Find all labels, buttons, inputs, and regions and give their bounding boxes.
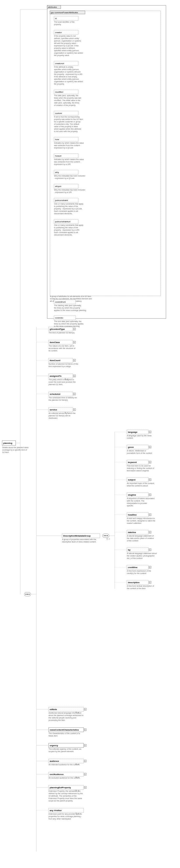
svg-text:the editorial people receiving: the editorial people receiving and (49, 717, 76, 719)
svg-text:planningExtProperty: planningExtProperty (50, 786, 71, 789)
expand-icon[interactable]: + (73, 408, 76, 411)
svg-text:kind expressed by a range.: kind expressed by a range. (49, 365, 71, 368)
svg-text:organisation or system) will a: organisation or system) will add (54, 71, 80, 73)
svg-text:to publishing the value of the: to publishing the value of the (54, 227, 78, 229)
svg-text:An intended audience for the c: An intended audience for the content. (49, 764, 80, 766)
svg-text:was extracted from the content: was extracted from the content - (54, 161, 81, 163)
expand-icon[interactable]: + (149, 566, 151, 568)
svg-text:of creation of the property.: of creation of the property. (54, 104, 76, 106)
expand-icon[interactable]: + (73, 328, 76, 330)
svg-text:the planned G2 item(s): the planned G2 item(s) (49, 399, 68, 401)
svg-text:The date (and, optionally, the: The date (and, optionally, the (54, 95, 78, 97)
expand-icon[interactable]: + (73, 375, 76, 377)
svg-text:its content.: its content. (49, 350, 58, 352)
svg-text:If the attribute is empty,: If the attribute is empty, (54, 66, 73, 68)
svg-text:+: + (150, 549, 151, 551)
svg-text:+: + (85, 729, 86, 731)
svg-text:property - expressed by a QCod: property - expressed by a QCode. (54, 208, 82, 210)
expand-icon[interactable]: + (84, 744, 86, 746)
expand-icon[interactable]: + (149, 446, 151, 448)
expand-icon[interactable]: + (149, 478, 151, 481)
svg-text:+: + (150, 531, 151, 533)
svg-text:newsContentCharacteristics: newsContentCharacteristics (50, 729, 79, 731)
svg-text:custom: custom (55, 112, 62, 115)
svg-text:+: + (150, 461, 151, 463)
expand-icon[interactable]: + (149, 431, 151, 433)
expand-icon[interactable]: + (84, 729, 86, 731)
svg-text:G2 item.: G2 item. (2, 452, 9, 453)
svg-text:A natural-language statement a: A natural-language statement about (127, 552, 157, 555)
expand-icon[interactable]: + (149, 581, 151, 583)
svg-text:keyword: keyword (128, 461, 137, 464)
svg-text:service: service (50, 408, 57, 411)
svg-text:The local identifier of the: The local identifier of the (54, 21, 75, 23)
svg-text:+: + (150, 514, 151, 516)
svg-text:+: + (74, 409, 75, 411)
svg-text:0..∞: 0..∞ (76, 776, 79, 778)
svg-text:subject: subject (128, 478, 135, 481)
sequence-icon (103, 534, 109, 538)
svg-text:planned G2 item.: planned G2 item. (49, 383, 63, 385)
expand-icon[interactable]: + (73, 341, 76, 343)
svg-text:The editorial urgency of the c: The editorial urgency of the content, as (49, 748, 81, 750)
svg-text:+: + (150, 494, 151, 496)
svg-text:- expressed by a QCode: - expressed by a QCode (54, 177, 75, 180)
expand-icon[interactable]: + (84, 708, 86, 710)
svg-text:organisation or system) has ad: organisation or system) has added (54, 52, 83, 54)
svg-text:A nature, intellectual or: A nature, intellectual or (127, 450, 146, 452)
svg-text:rel attribute. The semantics o: rel attribute. The semantics of the (49, 795, 77, 797)
svg-text:why: why (55, 171, 59, 174)
expand-icon[interactable]: + (149, 494, 151, 496)
svg-text:planned G2 item(s) will be: planned G2 item(s) will be (49, 415, 71, 417)
svg-text:property - expressed by a URI.: property - expressed by a URI. (54, 229, 80, 231)
svg-text:descendant elements.: descendant elements. (54, 213, 73, 215)
svg-text:property.: property. (54, 24, 61, 26)
expand-icon[interactable]: + (73, 359, 76, 361)
svg-text:will add the property value -: will add the property value - (54, 42, 77, 44)
svg-text:The kind of planned G2 item(s): The kind of planned G2 item(s) (49, 332, 75, 334)
svg-text:expressed by a QCode: expressed by a QCode (54, 147, 73, 149)
svg-text:property value is defined,: property value is defined, (54, 47, 75, 49)
expand-icon[interactable]: + (149, 531, 151, 533)
svg-text:processing the item.: processing the item. (49, 719, 66, 721)
expand-icon[interactable]: + (149, 461, 151, 463)
svg-text:is not used with the property.: is not used with the property. (54, 130, 78, 132)
expand-icon[interactable]: + (73, 393, 76, 395)
svg-text:The characteristics of the con: The characteristics of the content of a (49, 733, 80, 734)
svg-text:scheduled: scheduled (50, 393, 60, 395)
svg-text:accordance with the structure : accordance with the structure of (49, 347, 75, 349)
svg-text:+: + (74, 393, 75, 395)
svg-text:+: + (150, 582, 151, 583)
svg-text:reader's attention: reader's attention (127, 522, 142, 524)
svg-text:(person, organisation or syste: (person, organisation or system) (54, 40, 81, 42)
svg-text:to publishing the value of the: to publishing the value of the (54, 205, 78, 208)
expand-icon[interactable]: + (84, 786, 86, 788)
svg-text:creator: creator (55, 31, 62, 34)
svg-text:expressed by a URI: expressed by a URI (54, 163, 71, 165)
svg-text:organisation or system) has ad: organisation or system) has added (54, 81, 83, 83)
svg-text:A brief and snappy introductio: A brief and snappy introduction to (127, 518, 155, 520)
svg-text:modified: modified (55, 91, 63, 93)
id-attr (54, 16, 78, 21)
svg-text:the property.: the property. (54, 83, 65, 85)
svg-text:specific.: specific. (127, 505, 134, 507)
svg-text:the time) by which this proper: the time) by which this property (54, 307, 80, 309)
svg-text:The end date (and optionally, : The end date (and optionally, the (54, 320, 81, 322)
svg-text:0..∞: 0..∞ (107, 538, 110, 540)
svg-text:Extension Property must have t: Extension Property must have the same (49, 797, 82, 800)
svg-text:interpretation is provider: interpretation is provider (127, 502, 147, 504)
svg-text:+: + (150, 566, 151, 568)
svg-text:DescriptiveMetadataGroup: DescriptiveMetadataGroup (63, 535, 91, 537)
svg-text:by: by (128, 549, 131, 551)
svg-text:etc.) of the content: etc.) of the content (127, 557, 143, 559)
svg-text:cover the event and produce th: cover the event and produce the (49, 381, 76, 383)
svg-text:Each constraint applies to all: Each constraint applies to all (54, 210, 78, 212)
expand-icon[interactable]: + (149, 514, 151, 516)
expand-icon[interactable]: + (84, 773, 86, 775)
expand-icon[interactable]: + (149, 549, 151, 551)
svg-text:+: + (150, 431, 151, 433)
svg-rect-15 (54, 16, 78, 21)
svg-text:0..∞: 0..∞ (76, 711, 79, 713)
expand-icon[interactable]: + (84, 760, 86, 762)
svg-text:expressed by a QCode. If the: expressed by a QCode. If the (54, 45, 79, 47)
